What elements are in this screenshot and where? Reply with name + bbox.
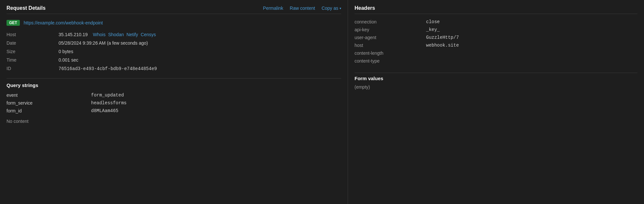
section-title: Request Details [7, 5, 46, 11]
copy-as-label: Copy as [322, 6, 338, 11]
header-row: content-length [355, 49, 637, 57]
url-link[interactable]: https://example.com/webhook-endpoint [24, 20, 103, 25]
raw-content-link[interactable]: Raw content [290, 6, 315, 11]
headers-table: connectioncloseapi-key_key_user-agentGuz… [355, 18, 637, 65]
headers-title: Headers [355, 5, 637, 14]
method-badge: GET [7, 20, 20, 26]
header-key: user-agent [355, 35, 420, 40]
date-value: 05/28/2024 9:39:26 AM (a few seconds ago… [59, 40, 148, 46]
header-value: GuzzleHttp/7 [426, 35, 459, 40]
query-value: d8MLAam465 [91, 108, 118, 113]
header-row: hostwebhook.site [355, 41, 637, 49]
form-values-title: Form values [355, 73, 637, 81]
form-values-section: Form values (empty) [355, 73, 637, 90]
query-value: headlessforms [91, 100, 127, 106]
netify-link[interactable]: Netify [127, 32, 138, 37]
query-key: form_service [7, 100, 72, 106]
divider [7, 78, 341, 79]
time-row: Time 0.001 sec [7, 56, 341, 64]
shodan-link[interactable]: Shodan [108, 32, 124, 37]
query-key: form_id [7, 108, 72, 113]
header-key: connection [355, 19, 420, 24]
query-row: form_serviceheadlessforms [7, 99, 341, 107]
host-label: Host [7, 32, 26, 37]
whois-link[interactable]: Whois [93, 32, 106, 37]
size-label: Size [7, 49, 26, 54]
header-row: api-key_key_ [355, 26, 637, 34]
host-ip: 35.145.210.19 [59, 32, 88, 37]
header-actions: Permalink Raw content Copy as ▾ [263, 6, 341, 11]
query-value: form_updated [91, 93, 124, 98]
left-panel: Request Details Permalink Raw content Co… [0, 0, 348, 204]
header-value: _key_ [426, 27, 440, 32]
header-key: content-type [355, 58, 420, 64]
chevron-down-icon: ▾ [340, 7, 341, 10]
date-row: Date 05/28/2024 9:39:26 AM (a few second… [7, 39, 341, 47]
header-row: content-type [355, 57, 637, 65]
header-value: close [426, 19, 440, 24]
header-key: content-length [355, 51, 420, 56]
date-label: Date [7, 40, 26, 46]
host-row: Host 35.145.210.19 Whois Shodan Netify C… [7, 30, 341, 39]
time-label: Time [7, 57, 26, 63]
right-panel: Headers connectioncloseapi-key_key_user-… [348, 0, 644, 204]
no-content: No content [7, 119, 341, 124]
size-row: Size 0 bytes [7, 47, 341, 56]
time-value: 0.001 sec [59, 57, 78, 63]
request-details-header: Request Details Permalink Raw content Co… [7, 5, 341, 14]
id-value: 76516ad3-e493-4cbf-bdb9-e748e44854e9 [59, 66, 157, 71]
query-row: eventform_updated [7, 91, 341, 99]
form-values-empty: (empty) [355, 84, 370, 90]
query-table: eventform_updatedform_serviceheadlessfor… [7, 91, 341, 115]
id-label: ID [7, 66, 26, 71]
header-row: user-agentGuzzleHttp/7 [355, 34, 637, 41]
header-value: webhook.site [426, 43, 459, 48]
id-row: ID 76516ad3-e493-4cbf-bdb9-e748e44854e9 [7, 64, 341, 73]
size-value: 0 bytes [59, 49, 73, 54]
header-key: api-key [355, 27, 420, 32]
copy-as-button[interactable]: Copy as ▾ [322, 6, 341, 11]
query-strings-title: Query strings [7, 82, 341, 88]
permalink-link[interactable]: Permalink [263, 6, 283, 11]
header-row: connectionclose [355, 18, 637, 26]
query-key: event [7, 93, 72, 98]
query-row: form_idd8MLAam465 [7, 107, 341, 115]
header-key: host [355, 43, 420, 48]
host-links: Whois Shodan Netify Censys [93, 32, 156, 37]
censys-link[interactable]: Censys [141, 32, 156, 37]
method-url-row: GET https://example.com/webhook-endpoint [7, 18, 341, 28]
